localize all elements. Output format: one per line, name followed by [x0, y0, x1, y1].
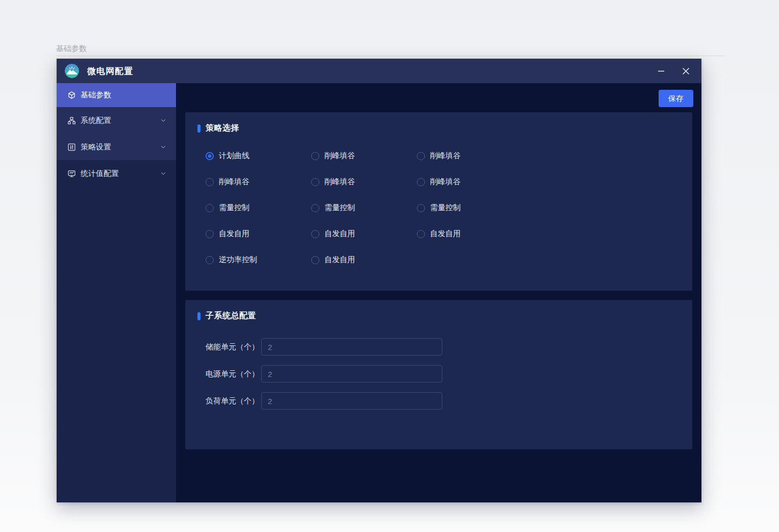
option-label: 削峰填谷 [430, 151, 461, 161]
option-label: 需量控制 [324, 203, 355, 213]
sidebar-item-label: 基础参数 [81, 90, 111, 100]
header-pill-icon [197, 312, 200, 320]
storage-units-input[interactable] [261, 338, 442, 356]
radio-icon[interactable] [311, 230, 319, 238]
strategy-options-grid: 计划曲线 削峰填谷 削峰填谷 削峰填谷 削峰填谷 [206, 143, 672, 273]
strategy-option[interactable]: 计划曲线 [206, 143, 311, 169]
sidebar-item-label: 系统配置 [81, 116, 111, 125]
strategy-option[interactable]: 需量控制 [206, 195, 311, 221]
radio-icon[interactable] [311, 204, 319, 212]
option-label: 计划曲线 [219, 151, 249, 161]
power-units-input[interactable] [261, 365, 442, 383]
strategy-option[interactable]: 需量控制 [311, 195, 417, 221]
radio-icon[interactable] [206, 230, 214, 238]
radio-icon[interactable] [417, 178, 425, 186]
backdrop-section-label: 基础参数 [56, 44, 87, 54]
option-label: 自发自用 [219, 229, 249, 239]
radio-icon[interactable] [311, 256, 319, 264]
subsystem-config-panel: 子系统总配置 储能单元（个） 电源单元（个） 负荷单元（个） [185, 300, 692, 449]
radio-icon[interactable] [417, 152, 425, 160]
strategy-option[interactable]: 削峰填谷 [417, 143, 672, 169]
strategy-option[interactable]: 削峰填谷 [311, 169, 417, 195]
header-pill-icon [197, 124, 200, 133]
radio-icon[interactable] [311, 152, 319, 160]
save-button[interactable]: 保存 [659, 90, 693, 107]
cube-icon [67, 91, 76, 99]
chevron-down-icon [160, 117, 167, 124]
sidebar-item-basic-params[interactable]: 基础参数 [57, 83, 176, 107]
strategy-option[interactable]: 自发自用 [311, 221, 417, 247]
panel-title: 策略选择 [206, 123, 239, 134]
chevron-down-icon [160, 143, 167, 150]
option-label: 削峰填谷 [324, 151, 355, 161]
field-label: 电源单元（个） [206, 369, 261, 379]
sidebar: 基础参数 系统配置 [57, 83, 176, 502]
minimize-button[interactable] [651, 61, 671, 81]
radio-icon[interactable] [206, 178, 214, 186]
option-label: 削峰填谷 [324, 177, 355, 187]
panel-header: 子系统总配置 [197, 311, 256, 321]
radio-icon[interactable] [206, 204, 214, 212]
sidebar-item-label: 策略设置 [81, 142, 111, 152]
sidebar-group: 系统配置 策略设置 [57, 107, 176, 160]
panel-header: 策略选择 [197, 123, 239, 134]
strategy-option[interactable]: 自发自用 [417, 221, 672, 247]
window-controls [651, 59, 695, 83]
main-content: 保存 策略选择 计划曲线 削峰填谷 削峰填谷 [176, 83, 701, 502]
option-label: 自发自用 [324, 229, 355, 239]
field-label: 储能单元（个） [206, 342, 261, 352]
titlebar: 微电网配置 [57, 59, 701, 83]
window-title: 微电网配置 [87, 65, 133, 77]
radio-icon[interactable] [417, 204, 425, 212]
chevron-down-icon [160, 170, 167, 177]
option-label: 需量控制 [430, 203, 461, 213]
sidebar-item-statistics-config[interactable]: 统计值配置 [57, 160, 176, 187]
option-label: 需量控制 [219, 203, 249, 213]
sidebar-item-strategy-settings[interactable]: 策略设置 [57, 134, 176, 160]
option-label: 削峰填谷 [430, 177, 461, 187]
form-row-power-units: 电源单元（个） [206, 365, 442, 383]
org-chart-icon [67, 116, 76, 125]
radio-icon[interactable] [417, 230, 425, 238]
strategy-option[interactable]: 逆功率控制 [206, 247, 311, 273]
form-row-load-units: 负荷单元（个） [206, 392, 442, 410]
monitor-icon [67, 169, 76, 178]
sidebar-item-label: 统计值配置 [81, 169, 119, 179]
radio-icon[interactable] [311, 178, 319, 186]
strategy-option[interactable]: 自发自用 [206, 221, 311, 247]
backdrop-divider [56, 56, 724, 56]
radio-icon[interactable] [206, 256, 214, 264]
panel-title: 子系统总配置 [206, 311, 256, 321]
strategy-option[interactable]: 需量控制 [417, 195, 672, 221]
strategy-option[interactable]: 削峰填谷 [417, 169, 672, 195]
close-button[interactable] [676, 61, 695, 81]
form-row-storage-units: 储能单元（个） [206, 338, 442, 356]
microgrid-config-window: 微电网配置 基础参数 [57, 59, 701, 502]
option-label: 自发自用 [324, 255, 355, 265]
option-label: 自发自用 [430, 229, 461, 239]
field-label: 负荷单元（个） [206, 396, 261, 406]
strategy-option[interactable]: 削峰填谷 [311, 143, 417, 169]
sidebar-item-system-config[interactable]: 系统配置 [57, 107, 176, 134]
strategy-selection-panel: 策略选择 计划曲线 削峰填谷 削峰填谷 削峰填谷 [185, 112, 692, 291]
sliders-icon [67, 143, 76, 151]
strategy-option[interactable]: 削峰填谷 [206, 169, 311, 195]
option-label: 削峰填谷 [219, 177, 249, 187]
load-units-input[interactable] [261, 392, 442, 410]
radio-selected-icon[interactable] [206, 152, 214, 160]
app-logo-icon [65, 64, 79, 78]
strategy-option[interactable]: 自发自用 [311, 247, 417, 273]
option-label: 逆功率控制 [219, 255, 257, 265]
